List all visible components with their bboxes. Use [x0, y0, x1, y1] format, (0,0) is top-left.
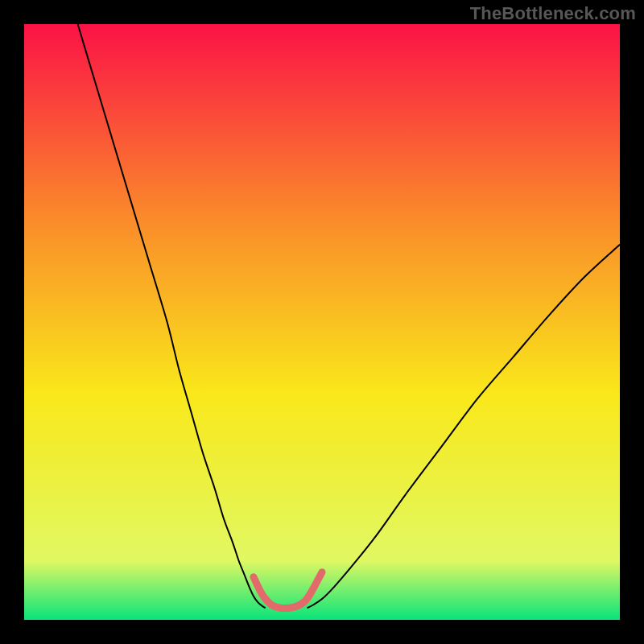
plot-background: [24, 24, 620, 620]
bottleneck-chart: [0, 0, 644, 644]
watermark-text: TheBottleneck.com: [470, 3, 636, 24]
chart-frame: TheBottleneck.com: [0, 0, 644, 644]
